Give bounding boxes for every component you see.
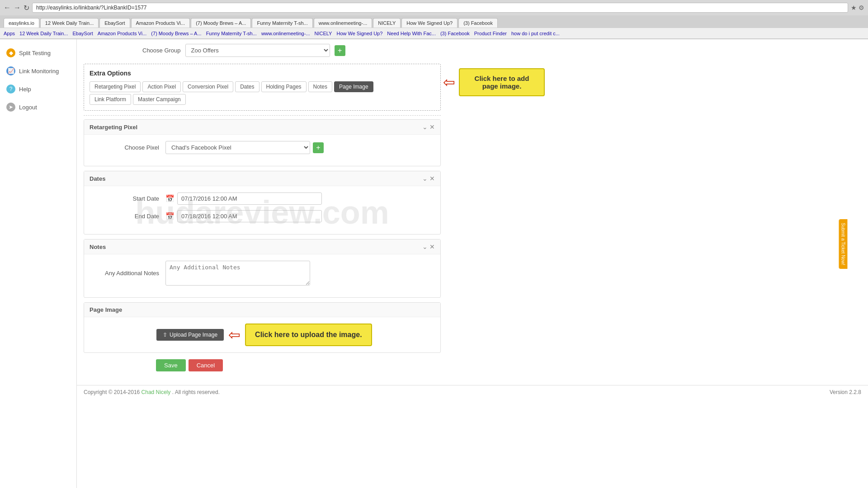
tab-holding-pages[interactable]: Holding Pages bbox=[261, 81, 307, 92]
tab-link-platform[interactable]: Link Platform bbox=[90, 94, 131, 105]
browser-tabs: easylinks.io 12 Week Daily Train... Ebay… bbox=[0, 15, 868, 28]
choose-group-label: Choose Group bbox=[142, 47, 181, 54]
choose-group-add-button[interactable]: + bbox=[335, 45, 345, 56]
extra-options-box: Extra Options Retargeting Pixel Action P… bbox=[84, 64, 441, 111]
tab-page-image[interactable]: Page Image bbox=[334, 81, 373, 92]
retargeting-pixel-section: Retargeting Pixel ⌄ ✕ Choose Pixel Chad'… bbox=[84, 119, 441, 166]
page-area: hudareview.com Choose Group Zoo Offers +… bbox=[77, 39, 448, 385]
notes-row: Any Additional Notes bbox=[93, 261, 431, 286]
main-content: hudareview.com Choose Group Zoo Offers +… bbox=[77, 39, 868, 488]
bookmark-apps[interactable]: Apps bbox=[4, 31, 15, 36]
dates-collapse[interactable]: ⌄ bbox=[422, 175, 428, 182]
save-button[interactable]: Save bbox=[156, 359, 186, 371]
dates-body: Start Date 📅 End Date 📅 bbox=[84, 186, 440, 234]
end-date-calendar-icon[interactable]: 📅 bbox=[165, 212, 175, 221]
footer: Copyright © 2014-2016 Chad Nicely . All … bbox=[77, 385, 868, 399]
end-date-label: End Date bbox=[93, 213, 165, 220]
bookmark-6[interactable]: www.onlinemeeting-... bbox=[261, 31, 310, 36]
notes-label: Any Additional Notes bbox=[93, 270, 165, 277]
dates-controls: ⌄ ✕ bbox=[422, 175, 435, 182]
bookmark-5[interactable]: Funny Maternity T-sh... bbox=[206, 31, 257, 36]
retargeting-pixel-body: Choose Pixel Chad's Facebook Pixel + bbox=[84, 135, 440, 166]
tab-conversion-pixel[interactable]: Conversion Pixel bbox=[183, 81, 233, 92]
upload-page-image-button[interactable]: ⇧ Upload Page Image bbox=[156, 329, 224, 341]
sidebar-label-logout: Logout bbox=[19, 104, 37, 111]
bookmark-9[interactable]: Need Help With Fac... bbox=[387, 31, 436, 36]
end-date-input[interactable] bbox=[177, 210, 322, 222]
sidebar-label-help: Help bbox=[19, 86, 31, 93]
tab-9[interactable]: (3) Facebook bbox=[458, 18, 498, 28]
dates-close[interactable]: ✕ bbox=[429, 175, 435, 182]
forward-button[interactable]: → bbox=[14, 4, 21, 12]
cancel-button[interactable]: Cancel bbox=[189, 359, 223, 371]
choose-group-row: Choose Group Zoo Offers + bbox=[84, 44, 441, 57]
tab-8[interactable]: How We Signed Up? bbox=[401, 18, 458, 28]
start-date-calendar-icon[interactable]: 📅 bbox=[165, 194, 175, 203]
sidebar: ◆ Split Testing 📈 Link Monitoring ? Help… bbox=[0, 39, 77, 488]
tab-1[interactable]: 12 Week Daily Train... bbox=[40, 18, 99, 28]
footer-link[interactable]: Chad Nicely bbox=[142, 389, 171, 395]
tab-dates[interactable]: Dates bbox=[235, 81, 259, 92]
tab-master-campaign[interactable]: Master Campaign bbox=[133, 94, 186, 105]
retargeting-pixel-header: Retargeting Pixel ⌄ ✕ bbox=[84, 120, 440, 135]
retargeting-pixel-collapse[interactable]: ⌄ bbox=[422, 123, 428, 131]
tab-3[interactable]: Amazon Products Vi... bbox=[131, 18, 190, 28]
notes-section: Notes ⌄ ✕ Any Additional Notes bbox=[84, 239, 441, 298]
tab-notes[interactable]: Notes bbox=[308, 81, 332, 92]
upload-icon: ⇧ bbox=[163, 332, 167, 338]
start-date-row: Start Date 📅 bbox=[93, 192, 431, 205]
page-image-title: Page Image bbox=[90, 306, 122, 313]
sidebar-item-logout[interactable]: ➤ Logout bbox=[0, 98, 76, 116]
choose-pixel-label: Choose Pixel bbox=[93, 144, 165, 151]
start-date-wrapper: 📅 bbox=[165, 192, 322, 205]
notes-close[interactable]: ✕ bbox=[429, 243, 435, 250]
tab-retargeting-pixel[interactable]: Retargeting Pixel bbox=[90, 81, 141, 92]
bookmark-2[interactable]: EbaySort bbox=[72, 31, 93, 36]
bookmark-11[interactable]: Product Finder bbox=[474, 31, 507, 36]
start-date-input[interactable] bbox=[177, 192, 322, 205]
retargeting-pixel-close[interactable]: ✕ bbox=[429, 123, 435, 131]
bookmark-8[interactable]: How We Signed Up? bbox=[336, 31, 382, 36]
browser-icons: ★ ⚙ bbox=[851, 4, 864, 11]
notes-title: Notes bbox=[90, 244, 106, 250]
tab-action-pixel[interactable]: Action Pixel bbox=[142, 81, 181, 92]
upload-row: ⇧ Upload Page Image ⇦ Click here to uplo… bbox=[156, 324, 431, 346]
notes-textarea[interactable] bbox=[165, 261, 310, 286]
notes-controls: ⌄ ✕ bbox=[422, 243, 435, 250]
bookmark-1[interactable]: 12 Week Daily Train... bbox=[19, 31, 68, 36]
right-edge-tab[interactable]: Submit a Ticket Now! bbox=[839, 219, 848, 269]
dates-section: Dates ⌄ ✕ Start Date 📅 bbox=[84, 171, 441, 235]
tab-2[interactable]: EbaySort bbox=[99, 18, 130, 28]
bookmark-4[interactable]: (7) Moody Brews – A... bbox=[151, 31, 201, 36]
page-image-tab-annotation: ⇦ Click here to add page image. bbox=[443, 68, 545, 96]
choose-pixel-wrapper: Chad's Facebook Pixel + bbox=[165, 141, 324, 154]
app-layout: ◆ Split Testing 📈 Link Monitoring ? Help… bbox=[0, 39, 868, 488]
choose-pixel-select[interactable]: Chad's Facebook Pixel bbox=[165, 141, 310, 154]
sidebar-item-help[interactable]: ? Help bbox=[0, 80, 76, 98]
tab-4[interactable]: (7) Moody Brews – A... bbox=[191, 18, 251, 28]
reload-button[interactable]: ↻ bbox=[24, 4, 29, 12]
sidebar-item-split-testing[interactable]: ◆ Split Testing bbox=[0, 44, 76, 62]
url-bar[interactable] bbox=[32, 3, 848, 13]
tab-7[interactable]: NICELY bbox=[373, 18, 401, 28]
sidebar-item-link-monitoring[interactable]: 📈 Link Monitoring bbox=[0, 62, 76, 80]
notes-collapse[interactable]: ⌄ bbox=[422, 243, 428, 250]
tab-5[interactable]: Funny Maternity T-sh... bbox=[252, 18, 312, 28]
bookmark-12[interactable]: how do i put credit c... bbox=[511, 31, 560, 36]
page-image-annotation-bubble: Click here to add page image. bbox=[459, 68, 545, 96]
tab-active[interactable]: easylinks.io bbox=[4, 18, 39, 28]
tab-6[interactable]: www.onlinemeeting-... bbox=[314, 18, 373, 28]
retargeting-pixel-controls: ⌄ ✕ bbox=[422, 123, 435, 131]
upload-annotation-bubble: Click here to upload the image. bbox=[245, 324, 372, 346]
notes-body: Any Additional Notes bbox=[84, 254, 440, 297]
bookmark-10[interactable]: (3) Facebook bbox=[440, 31, 470, 36]
choose-pixel-row: Choose Pixel Chad's Facebook Pixel + bbox=[93, 141, 431, 154]
back-button[interactable]: ← bbox=[4, 4, 11, 12]
choose-pixel-add-button[interactable]: + bbox=[313, 142, 324, 153]
page-image-section: Page Image ⇧ Upload Page Image ⇦ Click h… bbox=[84, 302, 441, 353]
choose-group-select[interactable]: Zoo Offers bbox=[185, 44, 330, 57]
dates-title: Dates bbox=[90, 175, 105, 182]
sidebar-label-link-monitoring: Link Monitoring bbox=[19, 68, 59, 75]
bookmark-3[interactable]: Amazon Products Vi... bbox=[98, 31, 147, 36]
bookmark-7[interactable]: NICELY bbox=[315, 31, 332, 36]
